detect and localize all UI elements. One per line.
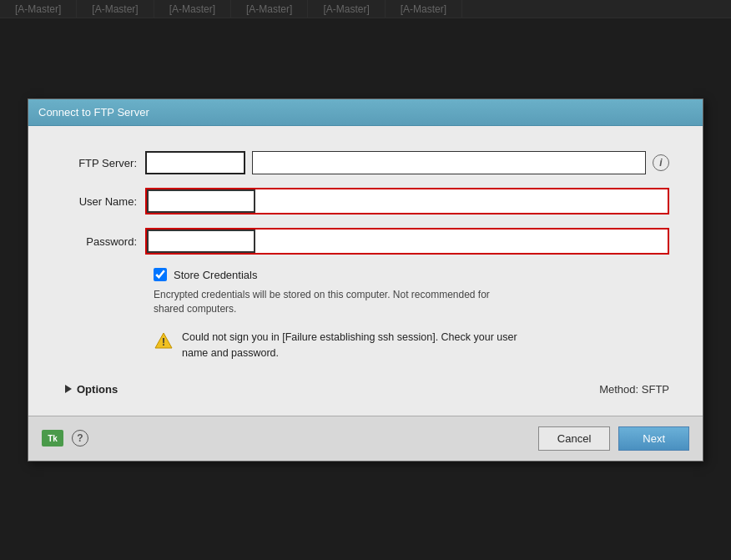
dialog-body: FTP Server: i User Name: (28, 126, 703, 415)
options-label: Options (77, 383, 118, 396)
connect-ftp-dialog: Connect to FTP Server FTP Server: i User… (28, 98, 703, 461)
overlay: Connect to FTP Server FTP Server: i User… (0, 0, 731, 560)
ftp-server-input[interactable] (252, 151, 646, 174)
ftp-server-input-wrapper: i (145, 151, 669, 174)
options-triangle-icon (65, 385, 72, 393)
password-prefix-input[interactable] (147, 230, 255, 253)
footer-right: Cancel Next (538, 426, 689, 451)
cancel-button[interactable]: Cancel (538, 426, 610, 451)
method-label: Method: SFTP (599, 383, 669, 396)
dialog-titlebar: Connect to FTP Server (28, 99, 703, 126)
store-credentials-checkbox[interactable] (154, 268, 167, 281)
username-input[interactable] (255, 189, 668, 213)
next-button[interactable]: Next (618, 426, 689, 451)
username-label: User Name: (62, 195, 145, 208)
store-credentials-row: Store Credentials (154, 268, 669, 281)
options-method-row: Options Method: SFTP (62, 375, 669, 399)
ftp-server-label: FTP Server: (62, 157, 145, 169)
footer-left: Tk ? (42, 430, 88, 446)
username-row: User Name: (62, 188, 669, 214)
ftp-server-prefix-input[interactable] (145, 151, 245, 174)
ftp-server-row: FTP Server: i (62, 151, 669, 174)
error-message: Could not sign you in [Failure establish… (182, 330, 529, 361)
help-icon[interactable]: ? (72, 430, 88, 446)
ftp-server-info-icon[interactable]: i (653, 154, 669, 171)
password-row: Password: (62, 228, 669, 255)
dialog-footer: Tk ? Cancel Next (28, 416, 703, 461)
password-label: Password: (62, 235, 145, 248)
options-button[interactable]: Options (62, 380, 121, 399)
store-credentials-description: Encrypted credentials will be stored on … (154, 288, 504, 316)
svg-text:!: ! (162, 336, 165, 348)
tk-badge: Tk (42, 430, 63, 446)
password-input[interactable] (255, 230, 668, 253)
username-input-wrapper (145, 188, 669, 214)
dialog-title: Connect to FTP Server (38, 106, 149, 119)
password-input-wrapper (145, 228, 669, 255)
warning-icon: ! (154, 331, 174, 351)
store-credentials-label[interactable]: Store Credentials (174, 269, 257, 281)
username-prefix-input[interactable] (147, 189, 255, 213)
error-box: ! Could not sign you in [Failure establi… (154, 330, 529, 361)
